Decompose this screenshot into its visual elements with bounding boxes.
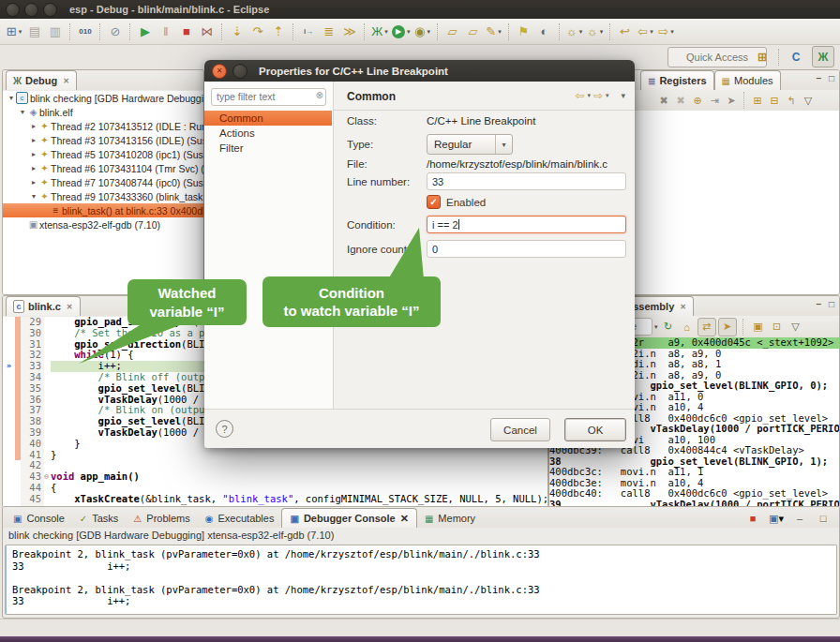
- open-new-view-icon[interactable]: ▣: [750, 319, 767, 336]
- remove-all-register-groups-icon[interactable]: ✖: [672, 92, 689, 109]
- dialog-nav-filter[interactable]: Filter: [204, 141, 332, 156]
- restore-default-groups-icon[interactable]: ⇥: [706, 92, 723, 109]
- debug-icon[interactable]: Ж▾: [369, 22, 390, 41]
- line-number-input[interactable]: [427, 172, 626, 190]
- filter-input[interactable]: [211, 88, 326, 106]
- fold-icon[interactable]: ⊖: [44, 471, 51, 483]
- terminate-icon[interactable]: ■: [176, 22, 197, 41]
- expander-icon[interactable]: ▸: [29, 178, 38, 187]
- flash-binary-icon[interactable]: 010: [75, 22, 96, 41]
- tab-tasks[interactable]: ✓Tasks: [72, 509, 127, 528]
- use-step-filters-icon[interactable]: ≫: [339, 22, 360, 41]
- expander-icon[interactable]: ▾: [7, 94, 16, 102]
- expander-icon[interactable]: ▸: [29, 122, 38, 130]
- chevron-down-icon[interactable]: ▾: [427, 28, 430, 36]
- layout-icon[interactable]: ↰: [783, 92, 800, 109]
- cancel-button[interactable]: Cancel: [490, 418, 550, 441]
- dialog-nav-actions[interactable]: Actions: [204, 126, 332, 141]
- last-edit-location-icon[interactable]: ↩: [615, 22, 636, 41]
- forward-icon[interactable]: ⇨: [593, 89, 603, 102]
- tab-debugger-console[interactable]: ▣Debugger Console✕: [281, 508, 416, 528]
- window-close-icon[interactable]: [6, 3, 20, 17]
- quick-fix-bulb-icon[interactable]: ☼▾: [585, 22, 606, 41]
- chevron-down-icon[interactable]: ▾: [600, 28, 604, 36]
- expander-icon[interactable]: ▾: [29, 192, 38, 201]
- view-menu-icon[interactable]: ▽: [800, 92, 817, 109]
- chevron-down-icon[interactable]: ▾: [19, 28, 22, 36]
- maximize-icon[interactable]: □: [829, 73, 834, 83]
- debug-tree-item[interactable]: ▾✦Thread #9 1073433360 (blink_task : Sus…: [3, 189, 203, 203]
- tab-memory[interactable]: ▦Memory: [417, 509, 483, 528]
- tab-problems[interactable]: ⚠Problems: [126, 509, 197, 528]
- close-icon[interactable]: ✕: [400, 513, 409, 525]
- sync-active-context-icon[interactable]: ⇄: [698, 318, 716, 336]
- ok-button[interactable]: OK: [564, 418, 626, 441]
- chevron-down-icon[interactable]: ▾: [778, 513, 784, 525]
- new-wizard-icon[interactable]: ⊞▾: [4, 22, 24, 41]
- view-menu-icon[interactable]: ▽: [788, 319, 804, 336]
- disconnect-icon[interactable]: ⋈: [197, 22, 218, 41]
- maximize-icon[interactable]: □: [829, 299, 834, 309]
- step-return-icon[interactable]: ⇡: [268, 22, 289, 41]
- debug-tree-item[interactable]: ≡blink_task() at blink.c:33 0x400dbc26: [3, 203, 203, 217]
- resume-icon[interactable]: ▶: [135, 22, 156, 41]
- type-dropdown[interactable]: Regular ▾: [427, 134, 513, 155]
- home-icon[interactable]: ⌂: [679, 319, 696, 336]
- step-over-icon[interactable]: ↷: [248, 22, 268, 41]
- maximize-icon[interactable]: □: [815, 510, 832, 527]
- debug-tree-item[interactable]: ▸✦Thread #5 1073410208 (ipc1) (Suspended…: [3, 147, 203, 161]
- open-resource-icon[interactable]: ▱: [463, 22, 484, 41]
- skip-all-breakpoints-icon[interactable]: ⊘: [105, 22, 126, 41]
- open-type-icon[interactable]: ▱: [442, 22, 463, 41]
- back-icon[interactable]: ⇦: [575, 89, 584, 102]
- annotate-icon[interactable]: ✎▾: [484, 22, 504, 41]
- enabled-checkbox[interactable]: ✓: [427, 195, 441, 209]
- expander-icon[interactable]: ▸: [29, 136, 38, 144]
- tab-debug[interactable]: Ж Debug ✕: [6, 70, 77, 90]
- pin-view-icon[interactable]: ⊡: [769, 319, 786, 336]
- add-register-group-icon[interactable]: ⊕: [689, 92, 706, 109]
- minimize-icon[interactable]: –: [816, 299, 821, 309]
- dialog-minimize-icon[interactable]: [232, 64, 248, 79]
- open-declaration-bulb-icon[interactable]: ☼▾: [564, 22, 585, 41]
- close-icon[interactable]: ✕: [67, 303, 73, 311]
- window-minimize-icon[interactable]: [24, 3, 38, 17]
- tab-blink-c[interactable]: c blink.c ✕: [6, 296, 81, 316]
- expander-icon[interactable]: ▸: [29, 164, 38, 172]
- forward-icon[interactable]: ⇨▾: [656, 22, 677, 41]
- chevron-down-icon[interactable]: ▾: [654, 323, 658, 331]
- suspend-icon[interactable]: ‖: [156, 22, 176, 41]
- pointer-icon[interactable]: ➤: [723, 92, 740, 109]
- minimize-icon[interactable]: –: [816, 73, 821, 83]
- debug-tree-item[interactable]: ▾◈blink.elf: [3, 105, 203, 119]
- open-perspective-icon[interactable]: ⊞: [752, 47, 772, 67]
- tab-executables[interactable]: ◉Executables: [198, 509, 282, 528]
- debug-tree-item[interactable]: ▸✦Thread #2 1073413512 (IDLE : Running): [3, 119, 203, 133]
- run-icon[interactable]: ▶▾: [390, 22, 412, 41]
- mark-occurrences-icon[interactable]: ⚑: [514, 22, 534, 41]
- console-output[interactable]: Breakpoint 2, blink_task (pvParameter=0x…: [5, 545, 837, 615]
- profile-icon[interactable]: ◐: [534, 22, 555, 41]
- display-selected-console-icon[interactable]: ▣▾: [768, 510, 785, 527]
- tab-console[interactable]: ▣Console: [6, 509, 72, 528]
- debug-tree-item[interactable]: ▾cblink checking [GDB Hardware Debugging…: [3, 91, 203, 105]
- window-maximize-icon[interactable]: [43, 3, 57, 17]
- dialog-nav-common[interactable]: Common: [204, 111, 332, 126]
- save-icon[interactable]: ▤: [24, 22, 45, 41]
- step-into-icon[interactable]: ⇣: [227, 22, 248, 41]
- external-tools-icon[interactable]: ◉▾: [412, 22, 433, 41]
- terminate-console-icon[interactable]: ■: [744, 510, 761, 527]
- expand-all-icon[interactable]: ⊞: [749, 92, 766, 109]
- show-stepping-filters-icon[interactable]: ≣: [319, 22, 339, 41]
- chevron-down-icon[interactable]: ▾: [650, 28, 653, 36]
- condition-input[interactable]: i == 2: [427, 216, 626, 233]
- cpp-perspective-icon[interactable]: C: [786, 47, 806, 67]
- clear-filter-icon[interactable]: ⊗: [316, 90, 323, 100]
- chevron-down-icon[interactable]: ▾: [670, 28, 674, 36]
- close-icon[interactable]: ✕: [63, 77, 69, 85]
- dialog-close-icon[interactable]: ✕: [212, 64, 227, 79]
- expander-icon[interactable]: ▾: [18, 108, 27, 116]
- chevron-down-icon[interactable]: ▾: [498, 28, 502, 36]
- collapse-all-icon[interactable]: ⊟: [766, 92, 783, 109]
- minimize-icon[interactable]: –: [791, 510, 808, 527]
